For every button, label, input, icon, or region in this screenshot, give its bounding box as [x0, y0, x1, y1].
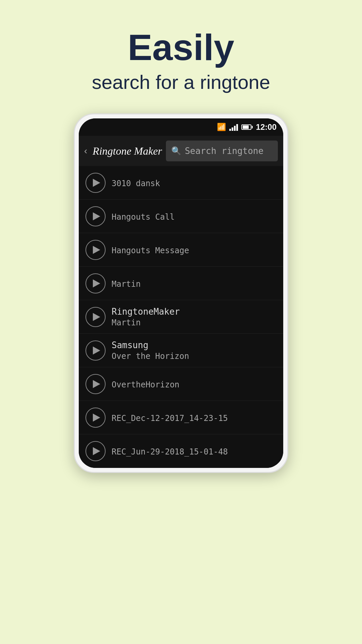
list-item[interactable]: Hangouts Call [79, 200, 283, 233]
play-icon [93, 212, 100, 220]
play-icon [93, 246, 100, 254]
signal-icon [229, 123, 238, 131]
song-title: OvertheHorizon [112, 380, 179, 389]
play-button[interactable] [85, 173, 106, 193]
song-title: REC_Dec-12-2017_14-23-15 [112, 414, 228, 423]
song-info: Samsung Over the Horizon [112, 340, 189, 361]
song-info: Hangouts Call [112, 211, 175, 222]
play-button[interactable] [85, 408, 106, 428]
song-info: OvertheHorizon [112, 379, 179, 389]
wifi-icon: 📶 [217, 123, 226, 131]
status-bar: 📶 12:00 [79, 118, 283, 136]
play-icon [93, 279, 100, 287]
search-icon: 🔍 [171, 146, 181, 156]
subheadline: search for a ringtone [92, 71, 270, 93]
list-item[interactable]: OvertheHorizon [79, 367, 283, 401]
app-bar: ‹ Ringtone Maker 🔍 Search ringtone [79, 136, 283, 166]
list-item[interactable]: 3010 dansk [79, 166, 283, 200]
song-info: 3010 dansk [112, 177, 160, 188]
list-item[interactable]: Hangouts Message [79, 233, 283, 267]
list-item[interactable]: Martin [79, 267, 283, 300]
list-item[interactable]: Samsung Over the Horizon [79, 334, 283, 367]
play-icon [93, 414, 100, 422]
song-info: Martin [112, 278, 141, 289]
song-info: RingtoneMaker Martin [112, 307, 180, 327]
battery-icon [241, 124, 253, 130]
song-info: Hangouts Message [112, 245, 189, 255]
song-title: Hangouts Message [112, 246, 189, 255]
play-button[interactable] [85, 374, 106, 394]
list-item[interactable]: RingtoneMaker Martin [79, 300, 283, 334]
song-list-wrapper: 3010 dansk Hangouts Call Hangouts Messag… [79, 166, 283, 468]
song-list: 3010 dansk Hangouts Call Hangouts Messag… [79, 166, 283, 468]
headline: Easily [92, 27, 270, 67]
phone-screen: 📶 12:00 ‹ Ri [79, 118, 283, 468]
play-button[interactable] [85, 307, 106, 327]
search-bar[interactable]: 🔍 Search ringtone [166, 141, 278, 161]
phone-frame: 📶 12:00 ‹ Ri [74, 113, 288, 473]
play-button[interactable] [85, 340, 106, 361]
status-time: 12:00 [256, 122, 277, 132]
song-title: Hangouts Call [112, 212, 175, 222]
song-artist: Samsung [112, 340, 189, 350]
search-input[interactable]: Search ringtone [185, 146, 263, 156]
back-button[interactable]: ‹ [84, 146, 87, 156]
song-title: REC_Jun-29-2018_15-01-48 [112, 447, 228, 457]
play-icon [93, 179, 100, 187]
list-item[interactable]: REC_Dec-12-2017_14-23-15 [79, 401, 283, 434]
song-info: REC_Dec-12-2017_14-23-15 [112, 412, 228, 423]
play-button[interactable] [85, 441, 106, 461]
list-item[interactable]: REC_Jun-29-2018_15-01-48 [79, 434, 283, 468]
play-button[interactable] [85, 273, 106, 293]
play-button[interactable] [85, 240, 106, 260]
play-icon [93, 447, 100, 455]
play-icon [93, 313, 100, 321]
app-title: Ringtone Maker [93, 145, 162, 157]
song-title: Over the Horizon [112, 352, 189, 361]
song-title: 3010 dansk [112, 179, 160, 188]
header-section: Easily search for a ringtone [92, 0, 270, 93]
play-icon [93, 380, 100, 388]
play-icon [93, 346, 100, 355]
song-info: REC_Jun-29-2018_15-01-48 [112, 446, 228, 457]
status-icons: 📶 12:00 [217, 122, 277, 132]
play-button[interactable] [85, 206, 106, 226]
song-artist: RingtoneMaker [112, 307, 180, 317]
song-title: Martin [112, 279, 141, 289]
song-title: Martin [112, 318, 180, 327]
